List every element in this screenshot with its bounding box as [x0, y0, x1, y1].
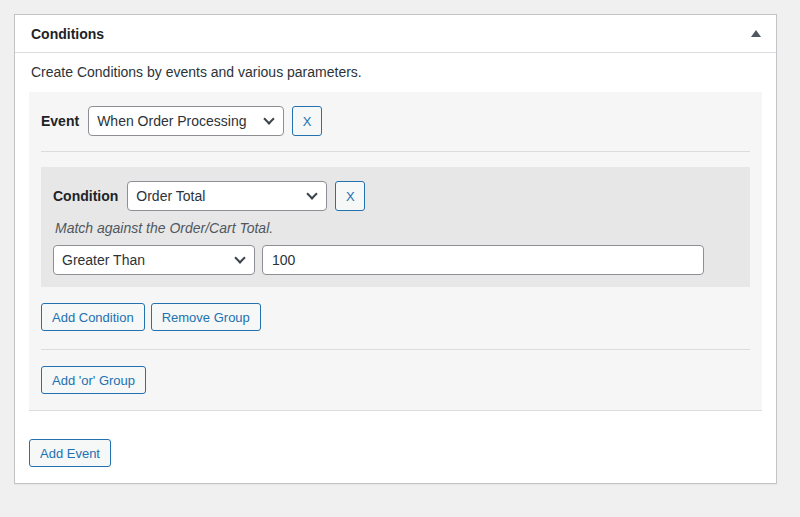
remove-event-button[interactable]: X: [292, 106, 322, 136]
event-row: Event When Order Processing X: [41, 106, 750, 136]
event-label: Event: [41, 113, 79, 129]
add-condition-button[interactable]: Add Condition: [41, 303, 145, 331]
remove-group-button[interactable]: Remove Group: [151, 303, 261, 331]
separator: [41, 151, 750, 152]
panel-header: Conditions: [15, 15, 776, 53]
condition-select[interactable]: Order Total: [127, 181, 327, 211]
panel-title: Conditions: [31, 26, 104, 42]
event-select[interactable]: When Order Processing: [88, 106, 284, 136]
condition-help-text: Match against the Order/Cart Total.: [55, 220, 736, 236]
operator-select[interactable]: Greater Than: [53, 245, 255, 275]
condition-select-wrap: Order Total: [127, 181, 327, 211]
panel-description: Create Conditions by events and various …: [31, 64, 760, 80]
condition-value-row: Greater Than: [53, 245, 738, 275]
conditions-panel: Conditions Create Conditions by events a…: [14, 14, 777, 484]
condition-row: Condition Order Total X: [53, 181, 738, 211]
add-event-button[interactable]: Add Event: [29, 439, 111, 467]
panel-body: Create Conditions by events and various …: [15, 64, 776, 483]
operator-select-wrap: Greater Than: [53, 245, 255, 275]
triangle-up-icon: [751, 30, 761, 37]
event-block: Event When Order Processing X Condition …: [29, 92, 762, 411]
condition-group: Condition Order Total X Match against th…: [41, 167, 750, 287]
condition-actions-row: Add Condition Remove Group: [41, 303, 750, 331]
remove-condition-button[interactable]: X: [335, 181, 365, 211]
event-select-wrap: When Order Processing: [88, 106, 284, 136]
condition-value-input[interactable]: [262, 245, 704, 275]
condition-label: Condition: [53, 188, 118, 204]
separator: [41, 349, 750, 350]
collapse-toggle-button[interactable]: [738, 16, 774, 52]
add-or-group-button[interactable]: Add 'or' Group: [41, 366, 146, 394]
